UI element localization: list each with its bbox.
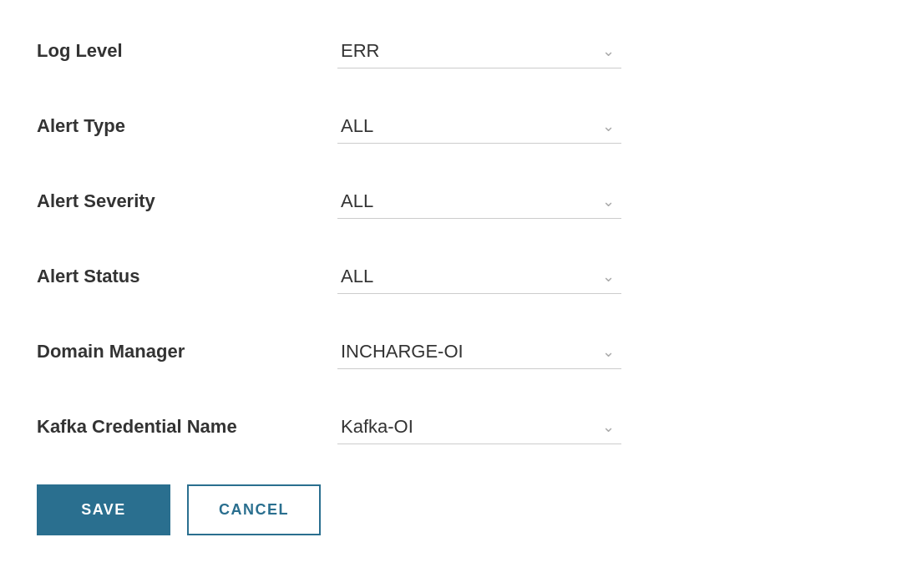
form-row-log-level: Log LevelERRWARNINFODEBUG⌄ (37, 33, 635, 68)
select-wrapper-alert-type: ALLNETWORKSYSTEMAPPLICATION⌄ (337, 109, 621, 144)
select-alert-status[interactable]: ALLACTIVERESOLVEDACKNOWLEDGED (337, 259, 621, 294)
select-wrapper-kafka-credential-name: Kafka-OIKafka-SAKafka-AM⌄ (337, 409, 621, 444)
form-row-alert-status: Alert StatusALLACTIVERESOLVEDACKNOWLEDGE… (37, 259, 635, 294)
select-domain-manager[interactable]: INCHARGE-OIINCHARGE-SAINCHARGE-AM (337, 334, 621, 369)
label-alert-status: Alert Status (37, 266, 337, 287)
label-kafka-credential-name: Kafka Credential Name (37, 416, 337, 438)
button-row: SAVE CANCEL (37, 484, 635, 535)
form-row-domain-manager: Domain ManagerINCHARGE-OIINCHARGE-SAINCH… (37, 334, 635, 369)
form-container: Log LevelERRWARNINFODEBUG⌄Alert TypeALLN… (0, 0, 668, 569)
form-row-kafka-credential-name: Kafka Credential NameKafka-OIKafka-SAKaf… (37, 409, 635, 444)
label-alert-severity: Alert Severity (37, 190, 337, 212)
label-domain-manager: Domain Manager (37, 341, 337, 362)
select-wrapper-log-level: ERRWARNINFODEBUG⌄ (337, 33, 621, 68)
select-log-level[interactable]: ERRWARNINFODEBUG (337, 33, 621, 68)
form-fields: Log LevelERRWARNINFODEBUG⌄Alert TypeALLN… (37, 33, 635, 444)
select-alert-severity[interactable]: ALLCRITICALHIGHMEDIUMLOW (337, 184, 621, 219)
label-log-level: Log Level (37, 40, 337, 62)
cancel-button[interactable]: CANCEL (187, 484, 321, 535)
form-row-alert-type: Alert TypeALLNETWORKSYSTEMAPPLICATION⌄ (37, 109, 635, 144)
save-button[interactable]: SAVE (37, 484, 170, 535)
label-alert-type: Alert Type (37, 115, 337, 137)
select-wrapper-alert-severity: ALLCRITICALHIGHMEDIUMLOW⌄ (337, 184, 621, 219)
select-wrapper-alert-status: ALLACTIVERESOLVEDACKNOWLEDGED⌄ (337, 259, 621, 294)
select-alert-type[interactable]: ALLNETWORKSYSTEMAPPLICATION (337, 109, 621, 144)
form-row-alert-severity: Alert SeverityALLCRITICALHIGHMEDIUMLOW⌄ (37, 184, 635, 219)
select-kafka-credential-name[interactable]: Kafka-OIKafka-SAKafka-AM (337, 409, 621, 444)
select-wrapper-domain-manager: INCHARGE-OIINCHARGE-SAINCHARGE-AM⌄ (337, 334, 621, 369)
